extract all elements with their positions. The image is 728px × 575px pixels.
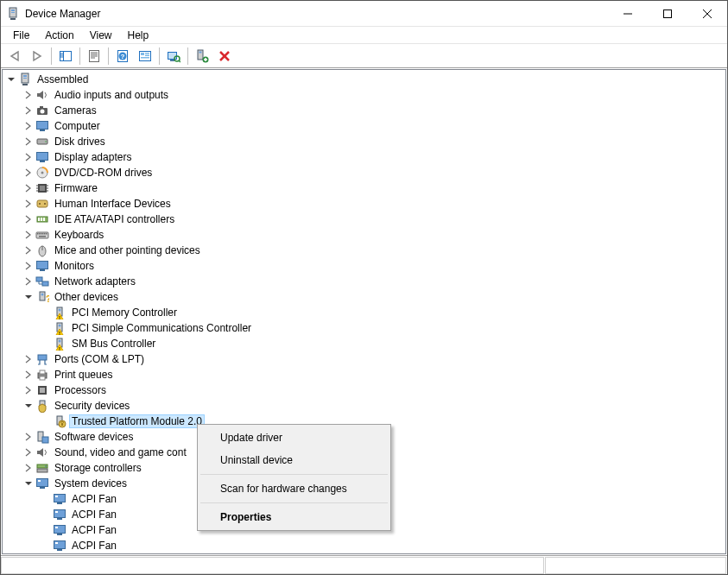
tree-category[interactable]: Keyboards [3,227,725,243]
expand-arrow-icon[interactable] [22,135,35,148]
menu-help[interactable]: Help [121,28,156,43]
tree-category[interactable]: IDE ATA/ATAPI controllers [3,212,725,227]
tree-category[interactable]: Human Interface Devices [3,196,725,212]
context-menu-item[interactable]: Uninstall device [199,449,389,471]
expand-arrow-icon[interactable] [22,212,35,226]
category-label: Mice and other pointing devices [53,244,202,256]
system-icon [53,523,66,537]
menu-bar: File Action View Help [1,27,727,44]
expand-arrow-icon[interactable] [22,243,35,257]
printer-icon [35,368,49,382]
tree-device[interactable]: ! PCI Simple Communications Controller [3,320,725,336]
back-button[interactable] [4,46,25,66]
add-legacy-button[interactable] [192,46,212,66]
svg-rect-74 [46,233,47,235]
expand-arrow-icon[interactable] [22,197,35,211]
tree-category[interactable]: Security devices [3,398,725,414]
tree-category[interactable]: Disk drives [3,134,725,149]
svg-rect-26 [168,52,177,59]
maximize-button[interactable] [648,1,687,27]
tree-category[interactable]: Cameras [3,103,725,118]
tree-category[interactable]: Display adapters [3,149,725,165]
tree-category[interactable]: Processors [3,382,725,398]
svg-rect-125 [57,549,62,551]
expand-arrow-icon[interactable] [22,275,35,288]
expand-arrow-icon[interactable] [22,150,35,164]
tree-category[interactable]: Audio inputs and outputs [3,87,725,103]
menu-view[interactable]: View [83,28,119,43]
show-hide-tree-button[interactable] [55,46,76,66]
svg-rect-25 [141,57,149,59]
menu-file[interactable]: File [6,28,36,43]
svg-rect-54 [40,186,45,191]
collapse-arrow-icon[interactable] [22,399,35,413]
tree-device[interactable]: ! PCI Memory Controller [3,305,725,320]
svg-rect-99 [40,376,45,380]
tree-root-label: Assembled [35,73,90,85]
expand-arrow-icon[interactable] [22,181,35,195]
spacer [39,508,53,521]
expand-arrow-icon[interactable] [22,88,35,102]
context-menu-item[interactable]: Update driver [199,427,389,449]
category-label: Keyboards [53,229,105,241]
action-center-button[interactable] [135,46,155,66]
scan-hardware-button[interactable] [163,46,184,66]
warn-icon: ! [53,337,66,351]
context-menu-item[interactable]: Properties [199,506,389,528]
toolbar-separator [79,47,80,65]
title-left: Device Manager [6,7,100,21]
tree-device[interactable]: ACPI Fan [3,538,725,553]
svg-rect-72 [42,233,44,235]
expand-arrow-icon[interactable] [22,445,35,459]
monitor-icon [35,119,49,133]
computer-icon [18,73,32,86]
expand-arrow-icon[interactable] [22,119,35,133]
collapse-arrow-icon[interactable] [22,290,35,304]
system-icon [35,477,49,490]
properties-button[interactable] [84,46,104,66]
warn-icon: ! [53,321,66,335]
svg-rect-3 [10,18,16,20]
expand-arrow-icon[interactable] [22,166,35,180]
expand-arrow-icon[interactable] [22,104,35,117]
svg-rect-44 [40,106,43,109]
svg-rect-46 [40,130,45,131]
tree-device[interactable]: ! SM Bus Controller [3,336,725,351]
speaker-icon [35,445,49,459]
help-button[interactable]: ? [112,46,133,66]
tree-category[interactable]: Network adapters [3,274,725,289]
monitor-icon [35,150,49,164]
tree-category[interactable]: Ports (COM & LPT) [3,351,725,367]
context-menu-separator [200,502,388,503]
close-button[interactable] [687,1,727,27]
tree-root[interactable]: Assembled [3,72,725,87]
forward-button[interactable] [27,46,47,66]
expand-arrow-icon[interactable] [22,259,35,273]
expand-arrow-icon[interactable] [22,461,35,475]
tree-category[interactable]: Computer [3,118,725,134]
expand-arrow-icon[interactable] [4,73,18,86]
tree-category[interactable]: Mice and other pointing devices [3,243,725,258]
uninstall-button[interactable] [214,46,235,66]
tree-category[interactable]: Firmware [3,180,725,196]
category-label: Network adapters [53,275,137,288]
expand-arrow-icon[interactable] [22,228,35,242]
expand-arrow-icon[interactable] [22,383,35,397]
context-menu-item[interactable]: Scan for hardware changes [199,477,389,500]
tree-category[interactable]: ? Other devices [3,289,725,305]
tree-category[interactable]: DVD/CD-ROM drives [3,165,725,180]
expand-arrow-icon[interactable] [22,352,35,366]
svg-rect-116 [57,502,62,504]
collapse-arrow-icon[interactable] [22,477,35,490]
minimize-button[interactable] [608,1,648,27]
expand-arrow-icon[interactable] [22,368,35,382]
category-label: Computer [53,120,102,132]
window-controls [608,1,727,26]
security-icon [35,399,49,413]
svg-rect-45 [37,122,48,130]
tree-category[interactable]: Monitors [3,258,725,274]
svg-rect-69 [37,233,39,235]
tree-category[interactable]: Print queues [3,367,725,382]
menu-action[interactable]: Action [38,28,80,43]
expand-arrow-icon[interactable] [22,430,35,444]
